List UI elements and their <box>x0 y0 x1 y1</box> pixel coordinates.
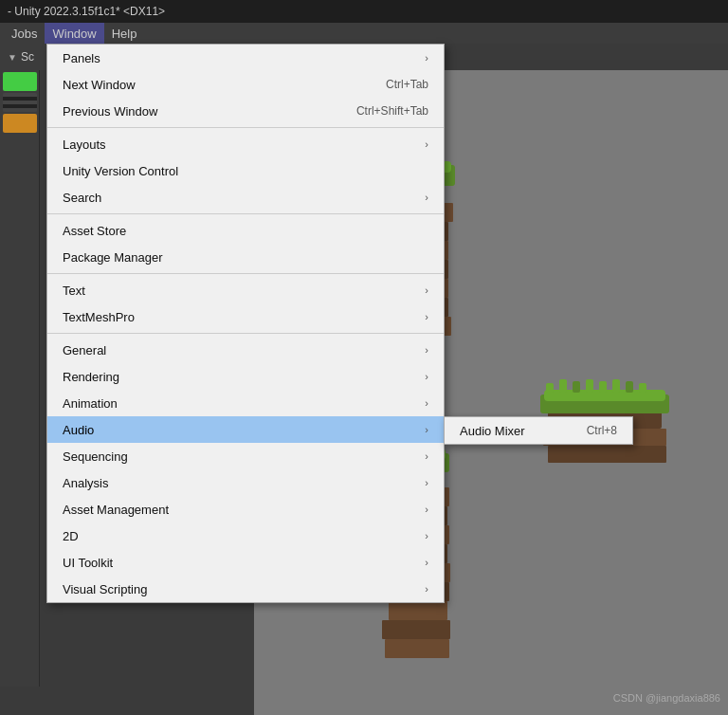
scene-tab: ▼ Sc <box>0 44 47 70</box>
svg-rect-25 <box>599 381 607 393</box>
separator-3 <box>47 273 444 274</box>
menu-item-audio-mixer[interactable]: Audio Mixer Ctrl+8 <box>445 417 632 444</box>
arrow-icon: › <box>425 138 428 150</box>
menu-item-animation[interactable]: Animation › <box>47 390 444 416</box>
arrow-icon: › <box>425 504 428 515</box>
svg-rect-23 <box>573 381 580 393</box>
svg-rect-37 <box>382 620 450 639</box>
arrow-icon: › <box>425 583 428 595</box>
svg-rect-26 <box>612 379 620 393</box>
arrow-icon: › <box>425 192 428 203</box>
svg-rect-38 <box>385 639 449 658</box>
menu-item-previous-window[interactable]: Previous Window Ctrl+Shift+Tab <box>47 98 444 124</box>
menu-item-panels[interactable]: Panels › <box>47 45 444 71</box>
scene-tab-label: Sc <box>21 50 34 64</box>
arrow-icon: › <box>425 450 428 462</box>
menu-bar-window[interactable]: Window <box>45 23 103 44</box>
separator-2 <box>47 213 444 214</box>
menu-item-2d[interactable]: 2D › <box>47 522 444 549</box>
arrow-icon: › <box>425 530 428 541</box>
left-panel-green <box>3 72 37 91</box>
arrow-icon: › <box>425 477 428 488</box>
arrow-icon: › <box>425 52 428 64</box>
menu-item-search[interactable]: Search › <box>47 184 444 211</box>
svg-rect-18 <box>548 446 666 463</box>
arrow-icon: › <box>425 397 428 409</box>
menu-item-asset-management[interactable]: Asset Management › <box>47 496 444 522</box>
menu-item-analysis[interactable]: Analysis › <box>47 469 444 496</box>
window-menu: Panels › Next Window Ctrl+Tab Previous W… <box>46 44 445 603</box>
menu-item-ui-toolkit[interactable]: UI Toolkit › <box>47 549 444 576</box>
svg-rect-27 <box>626 381 633 393</box>
left-panel-gold <box>3 114 37 133</box>
menu-item-rendering[interactable]: Rendering › <box>47 363 444 390</box>
menu-item-layouts[interactable]: Layouts › <box>47 131 444 157</box>
left-panel <box>0 70 40 687</box>
menu-item-general[interactable]: General › <box>47 337 444 363</box>
dropdown-icon: ▼ <box>8 52 17 63</box>
audio-submenu: Audio Mixer Ctrl+8 <box>444 416 633 445</box>
arrow-icon: › <box>425 424 428 435</box>
menu-bar-help[interactable]: Help <box>104 23 145 44</box>
menu-item-text[interactable]: Text › <box>47 277 444 303</box>
arrow-icon: › <box>425 371 428 382</box>
arrow-icon: › <box>425 284 428 296</box>
arrow-icon: › <box>425 557 428 568</box>
svg-rect-28 <box>639 383 646 393</box>
title-text: - Unity 2022.3.15f1c1* <DX11> <box>8 5 165 18</box>
menu-item-sequencing[interactable]: Sequencing › <box>47 443 444 469</box>
left-panel-striped <box>3 93 37 112</box>
menu-item-visual-scripting[interactable]: Visual Scripting › <box>47 576 444 602</box>
svg-rect-24 <box>586 379 593 393</box>
window-menu-dropdown: Panels › Next Window Ctrl+Tab Previous W… <box>46 44 445 603</box>
menu-item-textmeshpro[interactable]: TextMeshPro › <box>47 303 444 330</box>
menu-bar-jobs[interactable]: Jobs <box>4 23 45 44</box>
menu-item-audio[interactable]: Audio › Audio Mixer Ctrl+8 <box>47 416 444 443</box>
menu-bar: Jobs Window Help <box>0 23 728 44</box>
watermark: CSDN @jiangdaxia886 <box>613 692 720 704</box>
menu-item-unity-version-control[interactable]: Unity Version Control <box>47 157 444 184</box>
svg-rect-36 <box>389 601 447 620</box>
separator-1 <box>47 127 444 128</box>
menu-item-next-window[interactable]: Next Window Ctrl+Tab <box>47 71 444 98</box>
separator-4 <box>47 333 444 334</box>
title-bar: - Unity 2022.3.15f1c1* <DX11> <box>0 0 728 23</box>
svg-rect-21 <box>546 383 554 393</box>
menu-item-asset-store[interactable]: Asset Store <box>47 217 444 244</box>
arrow-icon: › <box>425 344 428 356</box>
arrow-icon: › <box>425 311 428 322</box>
svg-rect-22 <box>559 379 567 393</box>
menu-item-package-manager[interactable]: Package Manager <box>47 244 444 270</box>
